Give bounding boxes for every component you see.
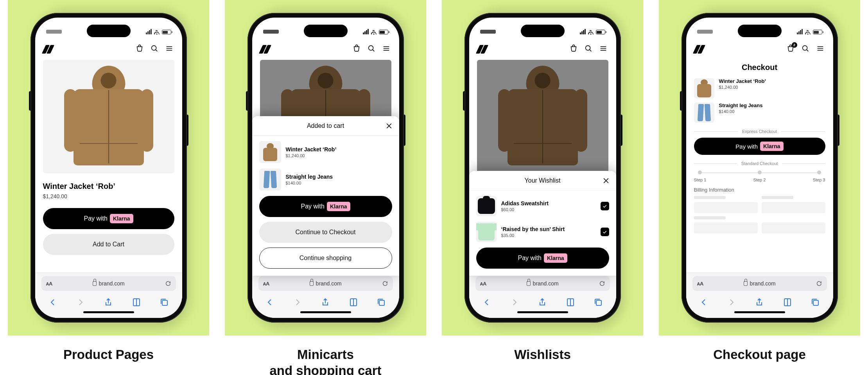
text-size-icon[interactable]: AA — [46, 281, 52, 287]
reload-icon[interactable] — [165, 280, 171, 287]
app-header — [252, 39, 399, 60]
pay-with-klarna-button[interactable]: Pay with Klarna — [259, 196, 392, 217]
text-input[interactable] — [762, 202, 825, 213]
svg-rect-1 — [162, 300, 167, 305]
lock-icon — [310, 281, 314, 286]
back-button[interactable] — [47, 296, 59, 308]
battery-icon — [379, 30, 388, 34]
step-3[interactable]: Step 3 — [813, 170, 825, 182]
item-name: Winter Jacket ‘Rob’ — [286, 146, 392, 153]
home-indicator[interactable] — [300, 311, 351, 313]
cart-icon[interactable]: 2 — [786, 44, 795, 54]
forward-button[interactable] — [509, 296, 520, 308]
share-button[interactable] — [102, 296, 114, 308]
menu-icon[interactable] — [165, 44, 174, 54]
home-indicator[interactable] — [734, 311, 785, 313]
text-size-icon[interactable]: AA — [697, 281, 703, 287]
item-thumb — [259, 169, 281, 190]
item-checkbox[interactable] — [601, 228, 609, 236]
tabs-button[interactable] — [375, 296, 387, 308]
text-input[interactable] — [694, 222, 758, 233]
reload-icon[interactable] — [599, 280, 605, 287]
wishlist-sheet: Your Wishlist Adidas Sweatshirt $60.00 — [469, 171, 616, 276]
menu-icon — [599, 44, 608, 54]
bookmarks-button[interactable] — [348, 296, 359, 308]
menu-icon[interactable] — [816, 44, 825, 54]
caption-checkout: Checkout page — [713, 346, 806, 362]
wishlist-item: ‘Raised by the sun’ Shirt $35.00 — [476, 222, 609, 242]
bookmarks-button[interactable] — [131, 296, 142, 308]
url-bar[interactable]: AA brand.com — [475, 276, 610, 291]
close-icon[interactable] — [602, 177, 610, 185]
forward-button[interactable] — [292, 296, 303, 308]
text-input[interactable] — [694, 202, 758, 213]
close-icon[interactable] — [385, 122, 393, 130]
tabs-button[interactable] — [158, 296, 170, 308]
product-image[interactable] — [43, 60, 174, 173]
svg-rect-5 — [596, 300, 601, 305]
share-button[interactable] — [753, 296, 765, 308]
share-button[interactable] — [536, 296, 548, 308]
url-bar[interactable]: AA brand.com — [692, 276, 827, 291]
step-2[interactable]: Step 2 — [753, 170, 766, 182]
back-button[interactable] — [698, 296, 710, 308]
cart-icon[interactable] — [135, 44, 144, 54]
cart-icon — [569, 44, 578, 54]
reload-icon[interactable] — [382, 280, 388, 287]
checkout-steps: Step 1 Step 2 Step 3 — [694, 170, 825, 182]
brand-logo — [478, 45, 486, 54]
item-thumb — [476, 222, 497, 242]
forward-button[interactable] — [726, 296, 737, 308]
back-button[interactable] — [264, 296, 276, 308]
caption-minicart: Minicarts and shopping cart — [269, 346, 381, 375]
url-text: brand.com — [316, 280, 342, 287]
card-bg: Added to cart Winter Jacket ‘Rob’ $1,240… — [225, 0, 426, 336]
browser-chrome: AA brand.com — [469, 273, 616, 318]
pay-with-klarna-button[interactable]: Pay with Klarna — [476, 248, 609, 269]
continue-checkout-button[interactable]: Continue to Checkout — [259, 222, 392, 243]
back-button[interactable] — [481, 296, 493, 308]
home-indicator[interactable] — [83, 311, 134, 313]
tabs-button[interactable] — [809, 296, 821, 308]
sheet-title: Added to cart — [307, 122, 344, 129]
text-size-icon[interactable]: AA — [480, 281, 486, 287]
bookmarks-button[interactable] — [565, 296, 576, 308]
share-button[interactable] — [319, 296, 331, 308]
browser-toolbar — [35, 294, 182, 308]
home-indicator[interactable] — [517, 311, 568, 313]
pay-with-klarna-button[interactable]: Pay with Klarna — [694, 138, 825, 155]
lock-icon — [744, 281, 748, 286]
express-divider: Express Checkout — [694, 129, 825, 134]
field-label-placeholder — [694, 216, 726, 219]
cart-item: Winter Jacket ‘Rob’ $1,240.00 — [259, 141, 392, 163]
pay-with-klarna-button[interactable]: Pay with Klarna — [43, 208, 174, 229]
klarna-prefix: Pay with — [84, 215, 107, 222]
url-bar[interactable]: AA brand.com — [41, 276, 176, 291]
item-name: Winter Jacket ‘Rob’ — [719, 78, 766, 84]
item-name: Straight leg Jeans — [286, 174, 392, 180]
search-icon — [367, 44, 376, 54]
tabs-button[interactable] — [592, 296, 604, 308]
search-icon[interactable] — [801, 44, 810, 54]
add-to-cart-button[interactable]: Add to Cart — [43, 234, 174, 255]
bookmarks-button[interactable] — [782, 296, 793, 308]
text-input[interactable] — [762, 222, 825, 233]
phone-mock: 2 Checkout Winter Jacket ‘Rob’ $1 — [681, 13, 838, 323]
brand-logo[interactable] — [44, 45, 52, 54]
item-thumb — [476, 196, 497, 216]
svg-point-0 — [151, 46, 156, 50]
text-size-icon[interactable]: AA — [263, 281, 269, 287]
search-icon[interactable] — [150, 44, 159, 54]
sheet-header: Added to cart — [252, 116, 399, 136]
forward-button[interactable] — [75, 296, 86, 308]
reload-icon[interactable] — [816, 280, 822, 287]
url-bar[interactable]: AA brand.com — [258, 276, 393, 291]
browser-chrome: AA brand.com — [686, 273, 833, 318]
panel-checkout: 2 Checkout Winter Jacket ‘Rob’ $1 — [659, 0, 860, 375]
brand-logo[interactable] — [695, 45, 703, 54]
step-1[interactable]: Step 1 — [694, 170, 707, 182]
continue-shopping-button[interactable]: Continue shopping — [259, 248, 392, 269]
cart-badge: 2 — [792, 42, 797, 48]
item-checkbox[interactable] — [601, 202, 609, 210]
field-label-placeholder — [694, 196, 726, 199]
